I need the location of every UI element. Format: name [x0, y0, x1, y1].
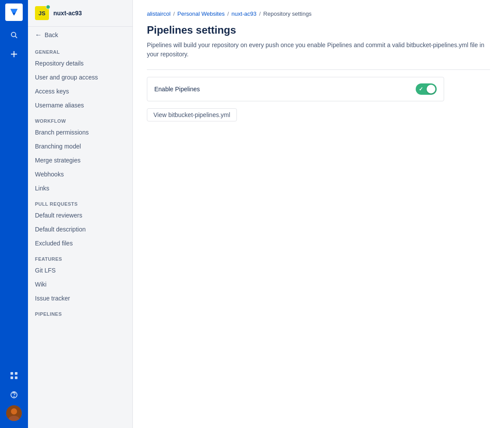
sidebar-item-user-group-access[interactable]: User and group access [28, 70, 132, 84]
breadcrumb-alistaircol[interactable]: alistaircol [147, 10, 170, 17]
sidebar-item-default-reviewers[interactable]: Default reviewers [28, 208, 132, 222]
breadcrumb-sep-2: / [227, 10, 229, 17]
page-title: Pipelines settings [147, 24, 490, 36]
section-pipelines: PIPELINES [28, 305, 132, 318]
back-label: Back [45, 31, 58, 38]
svg-rect-4 [10, 372, 13, 375]
help-icon[interactable] [5, 386, 23, 404]
search-icon[interactable] [5, 26, 23, 44]
breadcrumb-sep-1: / [173, 10, 175, 17]
repo-badge [46, 5, 50, 9]
sidebar-item-default-description[interactable]: Default description [28, 222, 132, 236]
sidebar-item-wiki[interactable]: Wiki [28, 277, 132, 291]
sidebar-item-branching-model[interactable]: Branching model [28, 139, 132, 153]
toggle-check-icon: ✓ [419, 86, 423, 92]
sidebar-item-issue-tracker[interactable]: Issue tracker [28, 291, 132, 305]
svg-line-1 [15, 36, 17, 38]
sidebar-item-access-keys[interactable]: Access keys [28, 84, 132, 98]
apps-icon[interactable] [5, 367, 23, 384]
sidebar: JS nuxt-ac93 ← Back GENERAL Repository d… [28, 0, 133, 428]
repo-name: nuxt-ac93 [53, 10, 82, 17]
repo-icon: JS [35, 6, 49, 20]
section-divider [147, 69, 490, 70]
back-button[interactable]: ← Back [28, 27, 132, 43]
icon-bar [0, 0, 28, 428]
sidebar-item-branch-permissions[interactable]: Branch permissions [28, 125, 132, 139]
section-workflow: WORKFLOW [28, 112, 132, 125]
sidebar-item-git-lfs[interactable]: Git LFS [28, 263, 132, 277]
svg-point-0 [11, 32, 16, 37]
enable-pipelines-label: Enable Pipelines [154, 86, 200, 93]
breadcrumb-nuxt-ac93[interactable]: nuxt-ac93 [232, 10, 257, 17]
main-content: alistaircol / Personal Websites / nuxt-a… [133, 0, 504, 428]
breadcrumb-personal-websites[interactable]: Personal Websites [177, 10, 225, 17]
create-icon[interactable] [5, 45, 23, 63]
section-pull-requests: PULL REQUESTS [28, 195, 132, 208]
svg-rect-6 [10, 376, 13, 379]
enable-pipelines-row: Enable Pipelines ✓ [147, 77, 444, 101]
page-description: Pipelines will build your repository on … [147, 41, 490, 59]
breadcrumb-current: Repository settings [263, 10, 312, 17]
sidebar-item-excluded-files[interactable]: Excluded files [28, 236, 132, 250]
section-general: GENERAL [28, 43, 132, 56]
view-pipelines-yml-button[interactable]: View bitbucket-pipelines.yml [147, 108, 237, 121]
breadcrumb: alistaircol / Personal Websites / nuxt-a… [147, 10, 490, 17]
back-arrow-icon: ← [35, 31, 42, 39]
section-features: FEATURES [28, 250, 132, 263]
user-avatar[interactable] [6, 405, 22, 421]
svg-point-11 [11, 408, 17, 414]
svg-rect-7 [15, 376, 17, 379]
svg-point-9 [14, 397, 14, 397]
breadcrumb-sep-3: / [259, 10, 261, 17]
sidebar-item-webhooks[interactable]: Webhooks [28, 167, 132, 181]
enable-pipelines-toggle[interactable]: ✓ [416, 83, 437, 95]
sidebar-item-merge-strategies[interactable]: Merge strategies [28, 153, 132, 167]
bitbucket-logo[interactable] [5, 3, 23, 21]
sidebar-item-repository-details[interactable]: Repository details [28, 56, 132, 70]
sidebar-item-username-aliases[interactable]: Username aliases [28, 98, 132, 112]
svg-rect-5 [15, 372, 17, 375]
toggle-knob [427, 85, 435, 93]
sidebar-item-links[interactable]: Links [28, 181, 132, 195]
repo-header: JS nuxt-ac93 [28, 0, 132, 27]
